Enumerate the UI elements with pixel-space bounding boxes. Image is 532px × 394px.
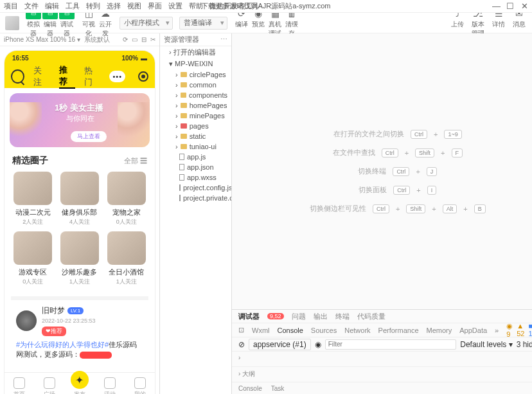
file-item[interactable]: app.js (160, 152, 231, 162)
tab-recommend[interactable]: 推荐 (59, 64, 75, 89)
nav-home[interactable]: 首页 (4, 373, 35, 394)
file-item[interactable]: project.private.config.js... (160, 193, 231, 203)
device-select[interactable]: iPhone XS Max 100% 16 ▾ (4, 36, 80, 43)
nav-publish[interactable]: ✦发布 (65, 373, 95, 394)
hidden-count[interactable]: 3 hidden (517, 340, 532, 349)
console-prompt[interactable]: › (238, 354, 240, 361)
font-select[interactable]: 系统默认 (84, 35, 110, 44)
tab-memory[interactable]: Memory (427, 327, 452, 334)
circle-card[interactable]: 宠物之家0人关注 (105, 172, 147, 226)
menu-item[interactable]: 编辑 (45, 1, 59, 11)
error-count[interactable]: ◉ 9 (506, 322, 513, 338)
circle-card[interactable]: 动漫二次元2人关注 (12, 172, 54, 226)
folder-item[interactable]: › tuniao-ui (160, 141, 231, 152)
circle-card[interactable]: 沙雕乐趣多1人关注 (59, 231, 101, 286)
more-button[interactable]: ••• (109, 71, 125, 82)
maximize-button[interactable]: ☐ (506, 1, 514, 11)
tab-debugger[interactable]: 调试器 (238, 312, 260, 321)
post-hashtag[interactable]: #为什么玩得好的人学得也好# (16, 341, 109, 348)
warn-count[interactable]: ▲ 52 (517, 322, 524, 338)
folder-item[interactable]: › components (160, 90, 231, 100)
menu-item[interactable]: 选择 (107, 1, 121, 11)
post-author: 旧时梦 (42, 305, 65, 316)
menu-item[interactable]: 项目 (4, 1, 18, 11)
nav-activity[interactable]: 活动 (94, 373, 125, 394)
tab-quality[interactable]: 代码质量 (357, 312, 386, 321)
clear-icon[interactable]: ⊘ (238, 340, 245, 349)
hint-label: 在文件中查找 (333, 148, 375, 157)
more-icon[interactable]: ⋯ (220, 35, 227, 44)
post-card[interactable]: 旧时梦LV.1 2022-10-22 23:25:53 ❤推荐 #为什么玩得好的… (11, 296, 148, 364)
filter-input[interactable] (325, 339, 457, 350)
tab-performance[interactable]: Performance (378, 327, 419, 334)
banner[interactable]: 1秒 美女主播 与你同在 马上查看 (10, 93, 150, 147)
see-all[interactable]: 全部 ☰ (124, 156, 147, 166)
close-button[interactable]: ✕ (520, 1, 528, 11)
capsule-icon[interactable] (138, 71, 148, 82)
drawer-task[interactable]: Task (271, 385, 285, 392)
nav-plaza[interactable]: 广场 (35, 373, 65, 394)
sim-tool-icon[interactable]: ⟳ (123, 36, 128, 43)
post-avatar[interactable] (16, 310, 37, 331)
minimize-button[interactable]: — (492, 1, 500, 11)
nav-mine[interactable]: 我的 (125, 373, 155, 394)
folder-item[interactable]: › circlePages (160, 69, 231, 80)
eye-icon[interactable]: ◉ (315, 340, 321, 349)
key-badge: B (474, 204, 486, 213)
file-item[interactable]: app.json (160, 162, 231, 172)
drawer-console[interactable]: Console (238, 385, 262, 392)
post-tag: ❤推荐 (42, 327, 66, 336)
circle-card[interactable]: 全日小酒馆1人关注 (105, 231, 147, 286)
tab-network[interactable]: Network (344, 327, 370, 334)
file-item[interactable]: project.config.json (160, 183, 231, 193)
menu-item[interactable]: 转到 (86, 1, 100, 11)
banner-cta[interactable]: 马上查看 (71, 131, 107, 142)
folder-item[interactable]: › pages (160, 121, 231, 131)
nav-label: 首页 (13, 390, 25, 394)
circle-card[interactable]: 健身俱乐部4人关注 (59, 172, 101, 226)
inspect-icon[interactable]: ⊡ (238, 326, 244, 334)
file-item[interactable]: app.wxss (160, 172, 231, 183)
circle-grid: 动漫二次元2人关注健身俱乐部4人关注宠物之家0人关注游戏专区0人关注沙雕乐趣多1… (4, 169, 155, 289)
level-dropdown[interactable]: Default levels ▾ (460, 340, 512, 349)
info-count[interactable]: ■ 10 (528, 322, 532, 338)
tab-console[interactable]: Console (278, 327, 303, 334)
sim-tool-icon[interactable]: ✂ (150, 36, 155, 43)
mode-dropdown[interactable]: 小程序模式 (120, 17, 173, 30)
outline-section[interactable]: › 大纲 (232, 367, 532, 382)
key-badge: Ctrl (382, 148, 398, 157)
user-avatar[interactable] (5, 16, 19, 30)
menu-item[interactable]: 文件 (24, 1, 39, 11)
menu-item[interactable]: 视图 (127, 1, 141, 11)
tab-terminal[interactable]: 终端 (335, 312, 350, 321)
menu-item[interactable]: 界面 (148, 1, 162, 11)
folder-icon (181, 144, 187, 149)
menu-item[interactable]: 工具 (66, 1, 80, 11)
tab-appdata[interactable]: AppData (459, 327, 487, 334)
search-icon[interactable] (11, 69, 24, 84)
redacted-text (80, 352, 112, 359)
folder-item[interactable]: › homePages (160, 100, 231, 111)
circle-card[interactable]: 游戏专区0人关注 (12, 231, 54, 286)
tab-wxml[interactable]: Wxml (252, 327, 270, 334)
tab-follow[interactable]: 关注 (33, 65, 49, 88)
key-badge: Ctrl (373, 204, 389, 213)
tab-problems[interactable]: 问题 (292, 312, 306, 321)
file-icon (179, 184, 181, 191)
tab-more[interactable]: » (495, 327, 499, 334)
project-root[interactable]: ▾ MP-WEIXIN (160, 58, 231, 69)
context-filter[interactable]: appservice (#1) (249, 339, 311, 350)
tab-sources[interactable]: Sources (311, 327, 337, 334)
issue-badge: 9,52 (267, 313, 284, 319)
tab-hot[interactable]: 热门 (84, 65, 100, 88)
folder-item[interactable]: › minePages (160, 111, 231, 121)
folder-icon (181, 134, 187, 139)
sim-tool-icon[interactable]: ⊟ (141, 36, 146, 43)
menu-item[interactable]: 设置 (168, 1, 182, 11)
folder-item[interactable]: › static (160, 131, 231, 141)
open-editors[interactable]: › 打开的编辑器 (160, 46, 231, 58)
folder-item[interactable]: › common (160, 80, 231, 90)
tab-output[interactable]: 输出 (314, 312, 328, 321)
compile-dropdown[interactable]: 普通编译 (179, 17, 227, 30)
sim-tool-icon[interactable]: ▭ (132, 36, 137, 43)
